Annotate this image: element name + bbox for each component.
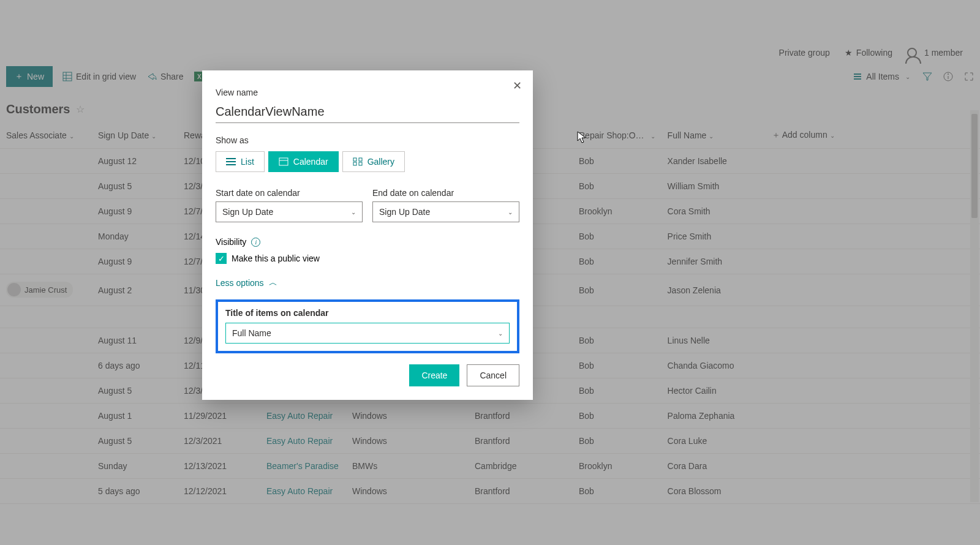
create-button[interactable]: Create	[409, 364, 459, 386]
end-date-label: End date on calendar	[372, 188, 519, 198]
end-date-value: Sign Up Date	[379, 207, 430, 217]
create-view-dialog: ✕ View name Show as List Calendar Galler…	[202, 70, 533, 400]
visibility-label: Visibility	[216, 237, 246, 247]
svg-rect-17	[353, 162, 356, 165]
public-view-label: Make this a public view	[232, 254, 320, 263]
title-items-select[interactable]: Full Name ⌄	[225, 323, 510, 344]
show-as-label: Show as	[216, 135, 519, 145]
end-date-select[interactable]: Sign Up Date ⌄	[372, 201, 519, 222]
title-of-items-highlight: Title of items on calendar Full Name ⌄	[216, 299, 519, 353]
less-options-toggle[interactable]: Less options ︿	[216, 277, 519, 288]
close-button[interactable]: ✕	[513, 79, 522, 92]
less-options-label: Less options	[216, 278, 264, 288]
show-as-list-label: List	[241, 157, 254, 167]
show-as-gallery-label: Gallery	[368, 157, 394, 167]
show-as-calendar[interactable]: Calendar	[268, 151, 339, 172]
start-date-select[interactable]: Sign Up Date ⌄	[216, 201, 363, 222]
show-as-group: List Calendar Gallery	[216, 151, 519, 172]
svg-rect-13	[279, 158, 288, 165]
svg-rect-18	[359, 162, 362, 165]
calendar-icon	[279, 157, 288, 166]
chevron-down-icon: ⌄	[508, 209, 513, 216]
view-name-label: View name	[216, 88, 519, 97]
public-view-checkbox[interactable]: ✓	[216, 253, 227, 264]
chevron-down-icon: ⌄	[351, 209, 356, 216]
start-date-label: Start date on calendar	[216, 188, 363, 198]
cancel-button[interactable]: Cancel	[467, 364, 519, 386]
show-as-gallery[interactable]: Gallery	[342, 151, 405, 172]
title-items-value: Full Name	[232, 328, 271, 338]
show-as-list[interactable]: List	[216, 151, 265, 172]
show-as-calendar-label: Calendar	[293, 157, 328, 167]
chevron-down-icon: ⌄	[498, 330, 503, 337]
start-date-value: Sign Up Date	[222, 207, 273, 217]
chevron-up-icon: ︿	[269, 277, 277, 288]
title-items-label: Title of items on calendar	[225, 308, 510, 318]
gallery-icon	[353, 157, 363, 166]
list-icon	[226, 157, 236, 166]
svg-rect-16	[359, 158, 362, 161]
svg-rect-15	[353, 158, 356, 161]
info-circle-icon[interactable]: i	[251, 238, 260, 247]
view-name-input[interactable]	[216, 101, 519, 123]
